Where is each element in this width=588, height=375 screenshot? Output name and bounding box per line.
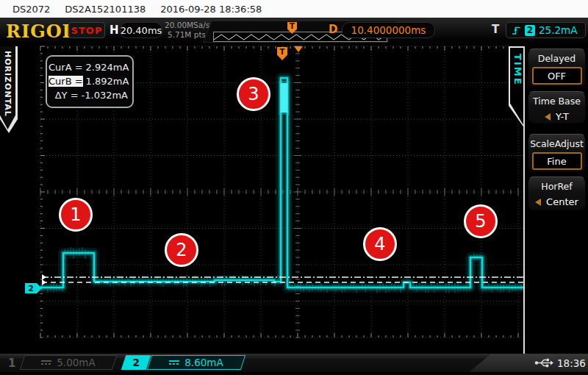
menu-button-scaleadjust[interactable]: ScaleAdjust Fine [528, 134, 586, 172]
channel2-scale: 8.60mA [184, 357, 223, 368]
menu-value: Center [546, 196, 578, 207]
menu-button-delayed[interactable]: Delayed OFF [528, 49, 586, 87]
svg-text:2: 2 [28, 284, 34, 293]
trigger-readout: 2 25.2mA [506, 22, 586, 38]
channel2-status[interactable]: 8.60mA [147, 355, 245, 370]
cursor-delta-label: ΔY = [49, 90, 79, 101]
delay-label: D [329, 23, 337, 36]
menu-button-timebase[interactable]: Time Base Y-T [528, 91, 586, 124]
menu-label: ScaleAdjust [528, 135, 585, 149]
callout-circle-5: 5 [464, 204, 498, 238]
trigger-level-readout: 25.2mA [539, 24, 577, 36]
callout-circle-1: 1 [59, 198, 93, 232]
cursor-a-label: CurA = [49, 62, 83, 73]
channel1-number: 1 [8, 357, 15, 370]
menu-value: OFF [532, 67, 582, 85]
channel2-number: 2 [132, 357, 140, 368]
title-bar: DS2072 DS2A152101138 2016-09-28 18:36:58 [0, 0, 588, 18]
tab-horizontal[interactable]: HORIZONTAL [0, 46, 15, 129]
acquisition-readout: 20.00MSa/s 5.71M pts [165, 21, 206, 40]
sample-rate: 20.00MSa/s [165, 21, 206, 30]
rigol-logo: RIGOL [6, 21, 75, 42]
cursor-b-value: 1.892mA [86, 76, 129, 87]
cursor-row-b: CurB = 1.892mA [49, 74, 128, 88]
callout-circle-4: 4 [363, 227, 397, 261]
usb-icon [534, 358, 553, 368]
menu-value: Y-T [556, 111, 569, 122]
delay-readout: 10.4000000ms [342, 22, 435, 38]
trigger-position-flag: T [277, 47, 287, 60]
menu-label: Time Base [528, 92, 585, 107]
serial-number: DS2A152101138 [65, 4, 146, 15]
channel1-scale: 5.00mA [57, 357, 95, 368]
timebase-readout: 20.40ms [120, 22, 162, 38]
rising-edge-icon [512, 25, 521, 36]
capture-datetime: 2016-09-28 18:36:58 [160, 4, 262, 15]
cursor-delta-row: ΔY = -1.032mA [49, 88, 128, 102]
channel2-badge[interactable]: 2 [121, 355, 151, 370]
menu-label: Delayed [528, 49, 585, 64]
callout-circle-2: 2 [165, 233, 198, 267]
trigger-label: T [492, 23, 499, 36]
memory-depth: 5.71M pts [165, 30, 206, 40]
cursor-a-value: 2.924mA [86, 62, 129, 73]
callout-circle-3: 3 [237, 77, 270, 111]
oscilloscope-screen: DS2072 DS2A152101138 2016-09-28 18:36:58… [0, 0, 588, 375]
time-tab-label: TIME [512, 54, 523, 86]
dc-coupling-icon [169, 360, 179, 365]
menu-panel-divider [523, 46, 525, 354]
menu-button-horref[interactable]: HorRef Center [528, 176, 586, 210]
cursor-measurement-box: CurA = 2.924mA CurB = 1.892mA ΔY = -1.03… [46, 55, 134, 108]
cursor-delta-value: -1.032mA [82, 90, 128, 101]
model-name: DS2072 [12, 4, 50, 15]
clock-readout: 18:36 [557, 357, 586, 369]
horizontal-tab-label: HORIZONTAL [3, 51, 12, 117]
horizontal-label: H [110, 24, 119, 37]
left-arrow-icon [535, 199, 541, 206]
dc-coupling-icon [41, 360, 51, 365]
trigger-source-badge: 2 [525, 25, 535, 36]
left-arrow-icon [545, 113, 551, 121]
run-status-badge: STOP [68, 22, 105, 38]
channel1-status[interactable]: 5.00mA [20, 355, 117, 370]
menu-value: Fine [532, 152, 582, 170]
cursor-b-label: CurB = [49, 76, 83, 87]
menu-label: HorRef [528, 177, 585, 192]
cursor-row-a: CurA = 2.924mA [49, 60, 128, 74]
